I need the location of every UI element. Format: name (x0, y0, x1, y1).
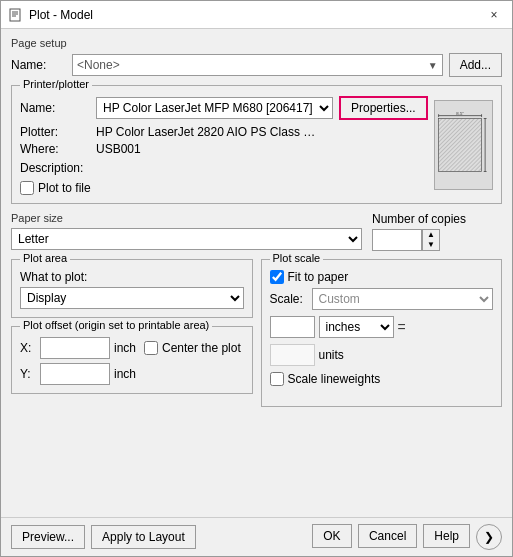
description-row: Description: (20, 159, 428, 177)
copies-section: Number of copies 1 ▲ ▼ (372, 212, 502, 251)
plot-area-group: Plot area What to plot: Display (11, 259, 253, 318)
y-label: Y: (20, 367, 36, 381)
copies-input[interactable]: 1 (372, 229, 422, 251)
paper-copies-row: Paper size Letter Number of copies 1 ▲ ▼ (11, 212, 502, 251)
footer-left: Preview... Apply to Layout (11, 525, 196, 549)
page-setup-label: Page setup (11, 37, 502, 49)
x-label: X: (20, 341, 36, 355)
apply-to-layout-button[interactable]: Apply to Layout (91, 525, 196, 549)
plot-scale-group: Plot scale Fit to paper Scale: Custom (261, 259, 503, 407)
scale-row: Scale: Custom (270, 288, 494, 310)
scale-lineweights-checkbox[interactable] (270, 372, 284, 386)
x-unit: inch (114, 341, 136, 355)
plot-offset-group: Plot offset (origin set to printable are… (11, 326, 253, 394)
ok-button[interactable]: OK (312, 524, 352, 548)
where-label: Where: (20, 142, 90, 156)
scale-select[interactable]: Custom (312, 288, 494, 310)
name-label: Name: (11, 58, 66, 72)
plot-scale-title: Plot scale (270, 252, 324, 264)
right-column: Plot scale Fit to paper Scale: Custom (261, 259, 503, 407)
cancel-button[interactable]: Cancel (358, 524, 417, 548)
plot-icon (9, 8, 23, 22)
paper-size-select[interactable]: Letter (11, 228, 362, 250)
plotter-value: HP Color LaserJet 2820 AIO PS Class Driv… (96, 125, 316, 139)
fit-to-paper-checkbox[interactable] (270, 270, 284, 284)
scale-units-select[interactable]: inches (319, 316, 394, 338)
copies-up-button[interactable]: ▲ (423, 230, 439, 240)
footer: Preview... Apply to Layout OK Cancel Hel… (1, 517, 512, 556)
scale-label: Scale: (270, 292, 308, 306)
left-column: Plot area What to plot: Display Plot off… (11, 259, 253, 407)
footer-right: OK Cancel Help ❯ (312, 524, 502, 550)
help-button[interactable]: Help (423, 524, 470, 548)
plotter-label: Plotter: (20, 125, 90, 139)
copies-spinner-buttons: ▲ ▼ (422, 229, 440, 251)
page-setup-name-value: <None> (77, 58, 120, 72)
title-bar: Plot - Model × (1, 1, 512, 29)
what-to-plot-label: What to plot: (20, 270, 244, 284)
main-content: Page setup Name: <None> ▼ Add... Printer… (1, 29, 512, 517)
plot-model-window: Plot - Model × Page setup Name: <None> ▼… (0, 0, 513, 557)
paper-preview: 8.5" (434, 100, 493, 190)
x-offset-row: X: 0.000000 inch Center the plot (20, 337, 244, 359)
title-bar-left: Plot - Model (9, 8, 93, 22)
svg-text:8.5": 8.5" (456, 111, 464, 116)
printer-name-label: Name: (20, 101, 90, 115)
printer-name-row: Name: HP Color LaserJet MFP M680 [206417… (20, 96, 428, 120)
fit-to-paper-row: Fit to paper (270, 270, 494, 284)
copies-label: Number of copies (372, 212, 502, 226)
page-setup-dropdown-arrow[interactable]: ▼ (428, 60, 438, 71)
center-plot-label[interactable]: Center the plot (162, 341, 241, 355)
equals-sign: = (398, 319, 406, 335)
what-to-plot-select[interactable]: Display (20, 287, 244, 309)
copies-spinner: 1 ▲ ▼ (372, 229, 502, 251)
printer-plotter-title: Printer/plotter (20, 78, 92, 90)
where-row: Where: USB001 (20, 142, 428, 156)
copies-down-button[interactable]: ▼ (423, 240, 439, 250)
scale-lineweights-label[interactable]: Scale lineweights (288, 372, 381, 386)
printer-info-block: Name: HP Color LaserJet MFP M680 [206417… (20, 96, 428, 195)
scale-value-row: 1 inches = (270, 316, 494, 338)
preview-button[interactable]: Preview... (11, 525, 85, 549)
page-setup-name-box[interactable]: <None> ▼ (72, 54, 443, 76)
printer-name-select[interactable]: HP Color LaserJet MFP M680 [206417] (96, 97, 333, 119)
bottom-columns: Plot area What to plot: Display Plot off… (11, 259, 502, 407)
svg-rect-5 (438, 119, 481, 172)
close-button[interactable]: × (484, 5, 504, 25)
y-offset-row: Y: 0.000000 inch (20, 363, 244, 385)
x-offset-input[interactable]: 0.000000 (40, 337, 110, 359)
printer-plotter-group: Printer/plotter Name: HP Color LaserJet … (11, 85, 502, 204)
page-setup-row: Name: <None> ▼ Add... (11, 53, 502, 77)
y-unit: inch (114, 367, 136, 381)
plot-offset-title: Plot offset (origin set to printable are… (20, 319, 212, 331)
paper-size-label: Paper size (11, 212, 362, 224)
scale-numerator-input[interactable]: 1 (270, 316, 315, 338)
window-title: Plot - Model (29, 8, 93, 22)
plot-to-file-row: Plot to file (20, 181, 428, 195)
properties-button[interactable]: Properties... (339, 96, 428, 120)
scale-denominator-input[interactable]: 4.686 (270, 344, 315, 366)
fit-to-paper-label[interactable]: Fit to paper (288, 270, 349, 284)
svg-rect-0 (10, 9, 20, 21)
description-label: Description: (20, 161, 90, 175)
plot-to-file-checkbox[interactable] (20, 181, 34, 195)
y-offset-input[interactable]: 0.000000 (40, 363, 110, 385)
paper-size-section: Paper size Letter (11, 212, 362, 251)
plot-to-file-label[interactable]: Plot to file (38, 181, 91, 195)
plotter-row: Plotter: HP Color LaserJet 2820 AIO PS C… (20, 125, 428, 139)
plot-area-title: Plot area (20, 252, 70, 264)
scale-lineweights-row: Scale lineweights (270, 372, 494, 386)
where-value: USB001 (96, 142, 141, 156)
printer-block: Name: HP Color LaserJet MFP M680 [206417… (20, 96, 493, 195)
scale-denominator-row: 4.686 units (270, 344, 494, 366)
more-button[interactable]: ❯ (476, 524, 502, 550)
center-plot-checkbox[interactable] (144, 341, 158, 355)
units-label: units (319, 348, 344, 362)
add-button[interactable]: Add... (449, 53, 502, 77)
